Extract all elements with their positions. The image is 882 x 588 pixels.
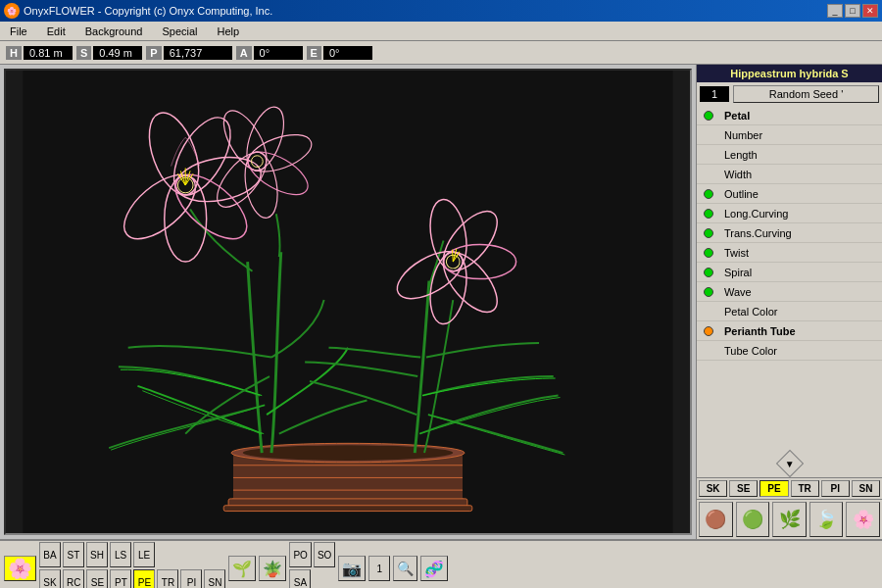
param-row-tube-color[interactable]: Tube Color — [697, 341, 882, 361]
param-dot-4 — [697, 189, 720, 199]
param-label-10[interactable]: Petal Color — [720, 302, 882, 320]
tab-se[interactable]: SE — [729, 480, 758, 497]
zoom-button[interactable]: 🔍 — [393, 556, 417, 581]
param-label-2[interactable]: Length — [720, 145, 882, 164]
maximize-button[interactable]: □ — [845, 4, 860, 18]
azimuth-value: 0° — [254, 46, 303, 60]
tab-sn[interactable]: SN — [852, 480, 880, 497]
height-field: H 0.81 m — [6, 46, 73, 60]
height-value: 0.81 m — [24, 46, 73, 60]
param-dot-5 — [697, 209, 720, 219]
sa-button[interactable]: SA — [289, 569, 311, 588]
elevation-value: 0° — [323, 46, 372, 60]
dna-button[interactable]: 🧬 — [420, 556, 448, 581]
flower-icon-btn[interactable]: 🌸 — [846, 502, 880, 537]
spread-field: S 0.49 m — [76, 46, 142, 60]
elevation-field: E 0° — [307, 46, 372, 60]
app-title: OnyxFLOWER - Copyright (c) Onyx Computin… — [24, 5, 272, 17]
param-label-0: Petal — [720, 106, 882, 124]
param-label-8[interactable]: Spiral — [720, 263, 882, 281]
toolbar-group-1: BA ST SH LS LE SK RC SE PT PE TR PI SN — [39, 542, 225, 588]
param-dot-0 — [697, 111, 720, 121]
indicator-dot-11 — [704, 326, 713, 336]
tab-pi[interactable]: PI — [821, 480, 850, 497]
param-row-petal-color[interactable]: Petal Color — [697, 302, 882, 321]
bulb-icon-btn[interactable]: 🟤 — [699, 502, 733, 537]
param-row-transcurving[interactable]: Trans.Curving — [697, 223, 882, 243]
scroll-diamond: ▼ — [775, 450, 803, 477]
pe-button[interactable]: PE — [133, 569, 155, 588]
petal-icon-btn[interactable]: 🍃 — [809, 502, 844, 537]
poly-value: 61,737 — [164, 46, 232, 60]
param-row-wave[interactable]: Wave — [697, 282, 882, 302]
param-row-petal[interactable]: Petal — [697, 106, 882, 125]
menu-item-file[interactable]: File — [4, 24, 33, 39]
le-button[interactable]: LE — [133, 542, 155, 567]
tab-pe[interactable]: PE — [760, 480, 788, 497]
param-dot-11 — [697, 326, 720, 336]
flower-main-button[interactable]: 🌸 — [4, 556, 36, 581]
menu-item-special[interactable]: Special — [156, 24, 203, 39]
param-dot-6 — [697, 228, 720, 238]
stem-icon-btn[interactable]: 🟢 — [736, 502, 770, 537]
ls-button[interactable]: LS — [110, 542, 131, 567]
param-label-6[interactable]: Trans.Curving — [720, 223, 882, 242]
indicator-dot-5 — [704, 209, 713, 219]
num-button[interactable]: 1 — [368, 556, 390, 581]
param-label-5[interactable]: Long.Curving — [720, 204, 882, 222]
st-button[interactable]: ST — [63, 542, 84, 567]
close-button[interactable]: ✕ — [862, 4, 878, 18]
param-label-7[interactable]: Twist — [720, 243, 882, 262]
tab-sk[interactable]: SK — [699, 480, 727, 497]
species-header: Hippeastrum hybrida S — [697, 65, 882, 82]
random-seed-button[interactable]: Random Seed ' — [733, 85, 879, 103]
param-label-12[interactable]: Tube Color — [720, 341, 882, 360]
ba-button[interactable]: BA — [39, 542, 61, 567]
param-row-longcurving[interactable]: Long.Curving — [697, 204, 882, 223]
param-label-1[interactable]: Number — [720, 125, 882, 144]
seeds-icon-button[interactable]: 🌱 — [228, 556, 256, 581]
menu-item-help[interactable]: Help — [212, 24, 246, 39]
minimize-button[interactable]: _ — [827, 4, 843, 18]
param-row-length[interactable]: Length — [697, 145, 882, 165]
param-row-outline[interactable]: Outline — [697, 184, 882, 204]
se-button[interactable]: SE — [86, 569, 108, 588]
param-row-spiral[interactable]: Spiral — [697, 263, 882, 282]
rc-button[interactable]: RC — [63, 569, 84, 588]
menu-item-background[interactable]: Background — [79, 24, 149, 39]
plant-canvas[interactable] — [4, 69, 692, 535]
po-button[interactable]: PO — [289, 542, 311, 567]
param-row-perianth-tube[interactable]: Perianth Tube — [697, 321, 882, 341]
icon-row: 🟤🟢🌿🍃🌸 — [697, 499, 882, 539]
camera-button[interactable]: 📷 — [338, 556, 366, 581]
elevation-label: E — [307, 46, 321, 60]
so-button[interactable]: SO — [314, 542, 335, 567]
param-label-9[interactable]: Wave — [720, 282, 882, 301]
toolbar-group-2: PO SO SA — [289, 542, 335, 588]
param-label-4[interactable]: Outline — [720, 184, 882, 203]
sk-button[interactable]: SK — [39, 569, 61, 588]
pot-icon-button[interactable]: 🪴 — [259, 556, 286, 581]
tab-tr[interactable]: TR — [791, 480, 819, 497]
seed-row: 1 Random Seed ' — [697, 82, 882, 106]
param-dot-9 — [697, 287, 720, 297]
spread-value: 0.49 m — [93, 46, 142, 60]
sh-button[interactable]: SH — [86, 542, 108, 567]
leaf-icon-btn[interactable]: 🌿 — [772, 502, 807, 537]
spread-label: S — [76, 46, 91, 60]
param-row-width[interactable]: Width — [697, 165, 882, 184]
param-row-number[interactable]: Number — [697, 125, 882, 145]
param-label-3[interactable]: Width — [720, 165, 882, 183]
sn-button[interactable]: SN — [204, 569, 225, 588]
pi-button[interactable]: PI — [180, 569, 202, 588]
svg-point-7 — [243, 445, 454, 461]
indicator-dot-9 — [704, 287, 713, 297]
tr-button[interactable]: TR — [157, 569, 178, 588]
poly-field: P 61,737 — [146, 46, 231, 60]
indicator-dot-8 — [704, 268, 713, 277]
azimuth-label: A — [236, 46, 252, 60]
param-row-twist[interactable]: Twist — [697, 243, 882, 263]
pt-button[interactable]: PT — [110, 569, 131, 588]
flower-pot — [223, 443, 472, 511]
menu-item-edit[interactable]: Edit — [41, 24, 72, 39]
